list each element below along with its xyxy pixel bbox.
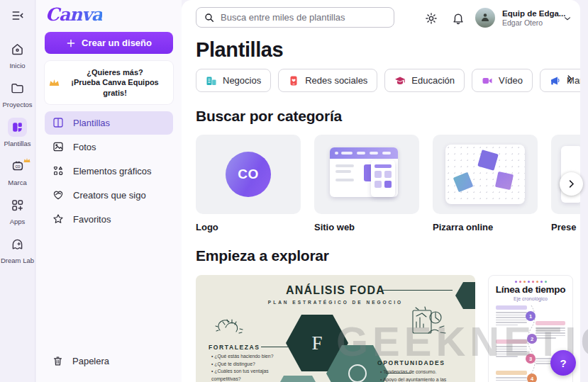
foda-right-heading: OPORTUNIDADES	[377, 359, 445, 366]
icon-rail: Inicio Proyectos Plantillas co Marca	[0, 0, 35, 382]
rail-item-proyectos[interactable]: Proyectos	[0, 79, 35, 108]
rail-label: Plantillas	[4, 140, 30, 147]
chip-video[interactable]: Vídeo	[472, 69, 533, 92]
canva-logo[interactable]: Canva	[45, 4, 102, 25]
category-label: Logo	[196, 222, 301, 232]
chip-negocios[interactable]: Negocios	[196, 69, 271, 92]
chip-label: Educación	[411, 75, 455, 86]
foda-bullet: ¿Qué te distingue?	[211, 361, 295, 369]
create-design-label: Crear un diseño	[82, 38, 152, 48]
category-card-sitio-web[interactable]: Sitio web	[314, 135, 419, 232]
chip-label: Redes sociales	[305, 75, 367, 86]
sidebar-item-favoritos[interactable]: Favoritos	[45, 208, 173, 231]
help-button[interactable]: ?	[550, 350, 576, 376]
explore-heading: Empieza a explorar	[196, 247, 329, 264]
plus-icon	[66, 38, 76, 48]
rail-label: Apps	[10, 218, 26, 225]
team-name: Equip de Edga...	[502, 9, 563, 18]
rail-item-dream-lab[interactable]: Dream Lab	[0, 235, 35, 264]
timeline-step-4: 4	[527, 373, 537, 382]
category-label: Sitio web	[314, 222, 419, 232]
notifications-bell-icon[interactable]	[451, 11, 465, 28]
category-card-pizarra[interactable]: Pizarra online	[433, 135, 538, 232]
whiteboard-illustration	[445, 145, 525, 204]
settings-gear-icon[interactable]	[424, 11, 438, 28]
timeline-subtitle: Eje cronológico	[489, 296, 572, 301]
logo-co-badge: CO	[226, 152, 271, 197]
rail-item-plantillas[interactable]: Plantillas	[0, 118, 35, 147]
sidebar-item-plantillas[interactable]: Plantillas	[45, 111, 173, 135]
foda-subtitle: PLAN ESTRATÉGICO DE NEGOCIO	[196, 300, 475, 305]
timeline-title: Línea de tiempo	[489, 284, 572, 295]
categories-heading: Buscar por categoría	[196, 108, 342, 125]
photos-icon	[52, 140, 65, 153]
video-icon	[482, 75, 493, 86]
rail-item-marca[interactable]: co Marca	[0, 157, 35, 186]
rail-label: Inicio	[9, 62, 25, 69]
foda-doodle-hands-icon	[213, 312, 245, 343]
account-switcher[interactable]: Equip de Edga... Edgar Otero	[502, 9, 563, 27]
search-input[interactable]	[221, 12, 387, 23]
category-label: Prese	[551, 222, 580, 232]
promo-line2: ¡Prueba Canva Equipos gratis!	[62, 77, 167, 98]
category-chip-row: Negocios Redes sociales Educación Vídeo	[196, 69, 580, 94]
canva-teams-promo[interactable]: ¿Quieres más? ¡Prueba Canva Equipos grat…	[45, 61, 173, 104]
rail-label: Proyectos	[2, 101, 32, 108]
category-card-logo[interactable]: CO Logo	[196, 135, 301, 232]
sidebar-item-label: Elementos gráficos	[73, 166, 152, 176]
foda-bullet: Tendencias de consumo.	[380, 369, 469, 376]
rail-item-apps[interactable]: Apps	[0, 196, 35, 225]
chevron-down-icon[interactable]	[562, 13, 572, 26]
chips-scroll-right-icon[interactable]	[565, 74, 575, 86]
foda-left-heading: FORTALEZAS	[209, 344, 260, 351]
search-bar[interactable]	[196, 7, 394, 28]
chip-label: Negocios	[223, 75, 261, 86]
sidebar-item-fotos[interactable]: Fotos	[45, 135, 173, 159]
foda-bullet: ¿Qué estás haciendo bien?	[211, 353, 295, 361]
timeline-step-2: 2	[527, 334, 537, 344]
timeline-step-1: 1	[526, 311, 536, 321]
timeline-step-3: 3	[526, 354, 536, 364]
page-title: Plantillas	[196, 38, 283, 62]
foda-title: ANÁLISIS FODA	[196, 284, 475, 297]
templates-outline-icon	[52, 116, 65, 129]
foda-bullet: Apoyo del ayuntamiento a las	[380, 376, 469, 382]
timeline-dots	[489, 281, 572, 283]
chip-label: Vídeo	[499, 75, 523, 86]
rail-label: Dream Lab	[1, 257, 34, 264]
chip-redes-sociales[interactable]: Redes sociales	[278, 69, 377, 92]
category-label: Pizarra online	[433, 222, 538, 232]
dream-lab-icon	[8, 235, 27, 254]
collapse-sidebar-icon[interactable]	[11, 9, 25, 26]
brand-kit-icon: co	[8, 157, 27, 176]
sidebar-item-label: Papelera	[72, 356, 109, 366]
crown-icon	[23, 153, 30, 166]
creators-heart-icon	[52, 189, 65, 201]
sidebar-item-creators[interactable]: Creators que sigo	[45, 184, 173, 207]
sidebar-item-label: Creators que sigo	[73, 190, 146, 201]
chip-educacion[interactable]: Educación	[384, 69, 465, 92]
sidebar-item-papelera[interactable]: Papelera	[45, 349, 173, 373]
home-icon	[8, 40, 27, 59]
user-name: Edgar Otero	[502, 18, 563, 27]
create-design-button[interactable]: Crear un diseño	[45, 32, 173, 54]
sidebar-item-elementos[interactable]: Elementos gráficos	[45, 159, 173, 183]
business-icon	[206, 75, 217, 86]
main-panel: Equip de Edga... Edgar Otero Plantillas …	[182, 0, 580, 382]
template-row: ANÁLISIS FODA PLAN ESTRATÉGICO DE NEGOCI…	[196, 275, 580, 382]
categories-scroll-right-button[interactable]	[560, 172, 583, 196]
website-popup-illustration	[371, 160, 395, 197]
apps-icon	[8, 196, 27, 215]
search-icon	[204, 12, 215, 23]
category-cards-row: CO Logo	[196, 135, 580, 232]
templates-icon	[8, 118, 27, 137]
shapes-icon	[52, 164, 65, 177]
sidebar-item-label: Plantillas	[73, 118, 110, 128]
foda-doodle-chart-icon	[407, 306, 448, 346]
trash-icon	[52, 355, 64, 367]
user-avatar[interactable]	[475, 8, 495, 28]
rail-item-inicio[interactable]: Inicio	[0, 40, 35, 69]
education-icon	[394, 75, 406, 86]
folder-icon	[8, 79, 27, 98]
template-analisis-foda[interactable]: ANÁLISIS FODA PLAN ESTRATÉGICO DE NEGOCI…	[196, 275, 475, 382]
